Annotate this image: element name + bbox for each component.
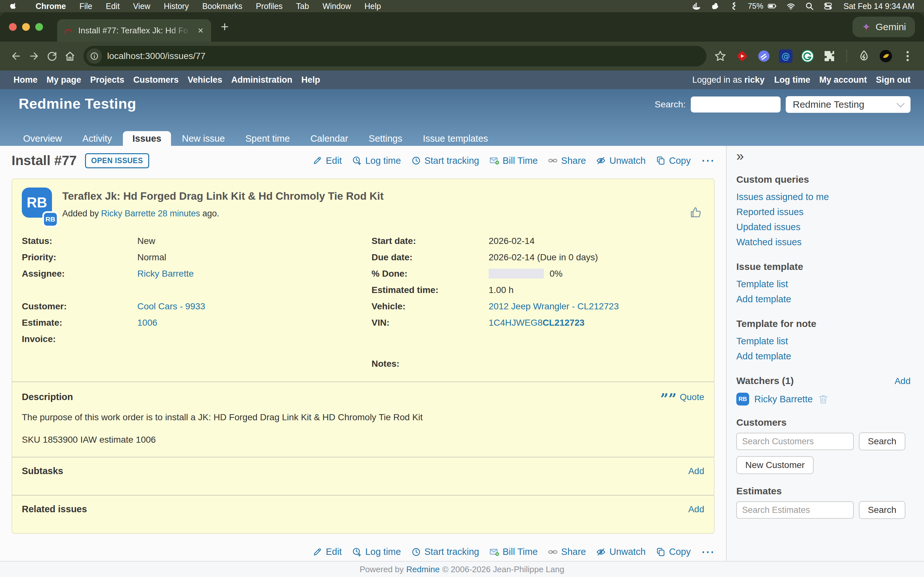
tab-new-issue[interactable]: New issue [172,131,234,146]
topmenu-projects[interactable]: Projects [86,75,129,85]
sidebar-link-custom-queries-reported-issues[interactable]: Reported issues [736,205,911,219]
browser-tab[interactable]: Install #77: Teraflex Jk: Hd Fo × [57,19,211,42]
quote-button[interactable]: ”” Quote [660,392,704,402]
tab-overview[interactable]: Overview [13,131,71,146]
profile-avatar[interactable] [879,49,893,63]
hand-icon[interactable] [711,2,720,11]
menubar-menu-history[interactable]: History [157,2,196,11]
action-more[interactable]: ⋯ [701,549,714,555]
attr-link-assignee[interactable]: Ricky Barrette [137,269,194,279]
action-unwatch[interactable]: Unwatch [596,546,646,557]
menubar-menu-bookmarks[interactable]: Bookmarks [195,2,249,11]
topmenu-home[interactable]: Home [9,75,42,85]
attr-link-vehicle[interactable]: 2012 Jeep Wrangler - CL212723 [489,301,619,311]
topmenu-my-page[interactable]: My page [42,75,86,85]
action-start-tracking[interactable]: Start tracking [411,155,479,166]
action-share[interactable]: Share [548,546,586,557]
search-customers-button[interactable]: Search [859,432,905,450]
action-log-time[interactable]: Log time [352,155,401,166]
sidebar-link-template-for-note-add-template[interactable]: Add template [736,349,911,364]
menubar-menu-profiles[interactable]: Profiles [249,2,289,11]
add-related-issues-link[interactable]: Add [688,504,704,514]
action-edit[interactable]: Edit [312,155,342,166]
topmenu-administration[interactable]: Administration [227,75,297,85]
back-icon[interactable] [7,47,25,65]
menubar-menu-chrome[interactable]: Chrome [29,2,73,11]
chrome-menu-icon[interactable] [901,49,914,63]
forward-icon[interactable] [25,47,43,65]
docker-icon[interactable] [692,2,701,11]
search-customers-input[interactable] [736,433,854,450]
performance-leaf-icon[interactable] [857,49,871,63]
new-customer-button[interactable]: New Customer [736,456,814,474]
add-watcher-link[interactable]: Add [895,376,911,386]
at-sign-extension-icon[interactable]: @ [779,49,792,63]
bookmark-star-icon[interactable] [714,49,727,63]
snake-icon[interactable] [729,2,738,11]
header-search-input[interactable] [691,97,780,113]
action-bill-time[interactable]: Bill Time [489,546,538,557]
menubar-menu-file[interactable]: File [73,2,99,11]
tab-settings[interactable]: Settings [359,131,412,146]
menubar-clock[interactable]: Sat Feb 14 9:34 AM [843,2,914,11]
action-copy[interactable]: Copy [656,155,691,166]
menubar-menu-view[interactable]: View [126,2,157,11]
search-estimates-input[interactable] [736,501,854,519]
search-estimates-button[interactable]: Search [859,501,905,519]
address-bar[interactable]: localhost:3000/issues/77 [83,46,706,66]
tab-close-icon[interactable]: × [196,25,205,36]
add-subtasks-link[interactable]: Add [688,466,704,476]
sidebar-link-custom-queries-updated-issues[interactable]: Updated issues [736,219,911,235]
sidebar-link-issue-template-template-list[interactable]: Template list [736,277,911,292]
battery-icon[interactable] [768,2,777,11]
menubar-menu-edit[interactable]: Edit [99,2,126,11]
grammarly-extension-icon[interactable] [801,49,814,63]
time-link[interactable]: 28 minutes [158,209,200,218]
project-select[interactable]: Redmine Testing [786,96,911,113]
sidebar-link-issue-template-add-template[interactable]: Add template [736,292,911,307]
gemini-button[interactable]: Gemini [853,17,915,37]
sidebar-link-custom-queries-watched-issues[interactable]: Watched issues [736,235,911,250]
menubar-menu-tab[interactable]: Tab [289,2,316,11]
wifi-icon[interactable] [787,2,795,11]
action-bill-time[interactable]: Bill Time [489,155,538,166]
collapse-sidebar-icon[interactable]: » [736,150,911,163]
minimize-window-button[interactable] [22,23,30,31]
topmenu-log-time[interactable]: Log time [770,75,815,85]
sidebar-link-template-for-note-template-list[interactable]: Template list [736,334,911,349]
action-log-time[interactable]: Log time [352,546,401,557]
sidebar-link-custom-queries-issues-assigned-to-me[interactable]: Issues assigned to me [736,189,911,205]
action-unwatch[interactable]: Unwatch [596,155,646,166]
tab-issue-templates[interactable]: Issue templates [413,131,498,146]
red-diamond-extension-icon[interactable] [735,49,749,63]
watcher-name-link[interactable]: Ricky Barrette [754,394,813,405]
extensions-puzzle-icon[interactable] [822,49,836,63]
tab-issues[interactable]: Issues [123,131,171,146]
menubar-menu-window[interactable]: Window [316,2,358,11]
action-start-tracking[interactable]: Start tracking [411,546,479,557]
action-share[interactable]: Share [548,155,586,166]
control-center-icon[interactable] [824,2,833,11]
stylus-extension-icon[interactable] [757,49,771,63]
vin-link[interactable]: 1C4HJWEG8CL212723 [489,318,585,328]
attr-link-customer[interactable]: Cool Cars - 9933 [137,301,205,311]
reload-icon[interactable] [43,47,61,65]
topmenu-help[interactable]: Help [297,75,325,85]
delete-watcher-icon[interactable] [818,394,829,405]
spotlight-search-icon[interactable] [805,2,814,11]
zoom-window-button[interactable] [35,23,43,31]
tab-spent-time[interactable]: Spent time [236,131,300,146]
topmenu-sign-out[interactable]: Sign out [871,75,915,85]
menubar-menu-help[interactable]: Help [358,2,388,11]
tab-activity[interactable]: Activity [73,131,121,146]
attr-link-estimate[interactable]: 1006 [137,318,157,328]
author-link[interactable]: Ricky Barrette [101,209,156,218]
site-info-icon[interactable] [87,48,102,64]
topmenu-customers[interactable]: Customers [129,75,183,85]
action-more[interactable]: ⋯ [701,157,714,164]
apple-menu-icon[interactable] [10,2,18,10]
action-copy[interactable]: Copy [656,546,691,557]
tab-calendar[interactable]: Calendar [300,131,358,146]
action-edit[interactable]: Edit [312,546,342,557]
home-icon[interactable] [61,47,79,65]
